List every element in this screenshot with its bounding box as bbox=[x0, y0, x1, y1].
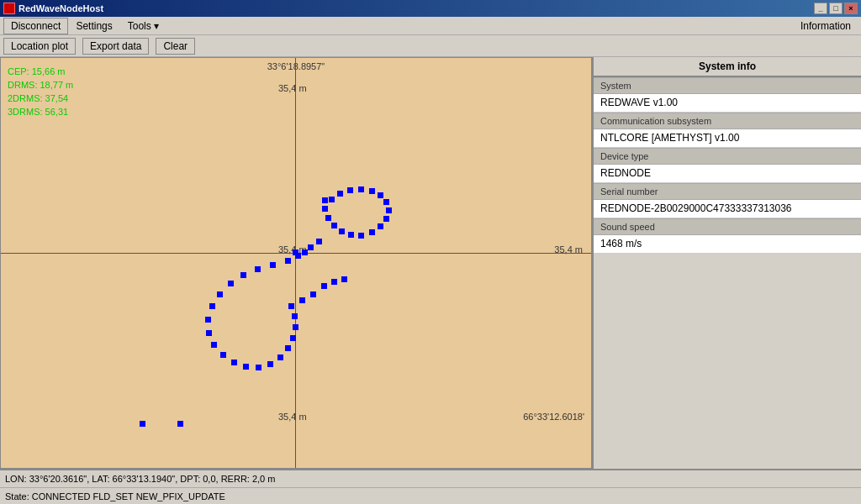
svg-rect-51 bbox=[293, 249, 298, 255]
svg-rect-49 bbox=[177, 421, 183, 427]
status-bar-2: State: CONNECTED FLD_SET NEW_PFIX_UPDATE bbox=[0, 487, 861, 504]
svg-rect-7 bbox=[386, 207, 392, 213]
serial-section-label: Serial number bbox=[594, 183, 861, 200]
svg-rect-5 bbox=[378, 192, 383, 198]
app-title: RedWaveNodeHost bbox=[18, 3, 103, 13]
svg-rect-20 bbox=[302, 249, 308, 255]
comm-section-label: Communication subsystem bbox=[594, 113, 861, 129]
svg-rect-43 bbox=[299, 297, 305, 303]
device-section-label: Device type bbox=[594, 148, 861, 165]
svg-rect-19 bbox=[308, 244, 314, 250]
svg-rect-44 bbox=[310, 291, 316, 297]
window-controls[interactable]: _ □ × bbox=[814, 3, 858, 14]
svg-rect-0 bbox=[329, 197, 335, 202]
system-section-label: System bbox=[594, 77, 861, 94]
svg-rect-35 bbox=[256, 365, 261, 370]
comm-value: NTLCORE [AMETHYST] v1.00 bbox=[594, 129, 861, 148]
minimize-button[interactable]: _ bbox=[814, 3, 827, 14]
svg-rect-45 bbox=[321, 283, 327, 289]
location-plot-button[interactable]: Location plot bbox=[3, 38, 76, 55]
svg-rect-30 bbox=[206, 330, 212, 336]
device-value: REDNODE bbox=[594, 165, 861, 183]
system-info-header: System info bbox=[594, 57, 861, 77]
svg-rect-4 bbox=[369, 188, 375, 194]
svg-rect-3 bbox=[358, 186, 364, 192]
svg-rect-22 bbox=[285, 258, 291, 264]
svg-rect-15 bbox=[325, 215, 331, 221]
serial-value: REDNODE-2B0029000C47333337313036 bbox=[594, 200, 861, 218]
plot-area: CEP: 15,66 m DRMS: 18,77 m 2DRMS: 37,54 … bbox=[0, 57, 592, 469]
svg-rect-25 bbox=[240, 272, 246, 278]
status-bar-1: LON: 33°6'20.3616", LAT: 66°33'13.1940",… bbox=[0, 469, 861, 487]
settings-menu[interactable]: Settings bbox=[68, 18, 119, 34]
clear-button[interactable]: Clear bbox=[156, 38, 195, 55]
svg-rect-24 bbox=[255, 266, 261, 272]
svg-rect-31 bbox=[211, 342, 217, 348]
svg-rect-32 bbox=[220, 352, 226, 358]
svg-rect-17 bbox=[322, 197, 328, 203]
svg-rect-6 bbox=[383, 199, 389, 205]
main-content: CEP: 15,66 m DRMS: 18,77 m 2DRMS: 37,54 … bbox=[0, 57, 861, 469]
sound-value: 1468 m/s bbox=[594, 235, 861, 254]
svg-rect-39 bbox=[290, 335, 296, 341]
information-menu[interactable]: Information bbox=[794, 18, 858, 34]
svg-rect-48 bbox=[140, 421, 145, 427]
disconnect-menu[interactable]: Disconnect bbox=[3, 18, 68, 34]
svg-rect-29 bbox=[205, 317, 211, 323]
svg-rect-28 bbox=[209, 303, 215, 309]
title-bar: RedWaveNodeHost _ □ × bbox=[0, 0, 861, 17]
status-text-1: LON: 33°6'20.3616", LAT: 66°33'13.1940",… bbox=[5, 474, 275, 484]
export-data-button[interactable]: Export data bbox=[82, 38, 149, 55]
svg-rect-40 bbox=[293, 324, 298, 330]
plot-svg bbox=[1, 58, 591, 468]
menu-bar: Disconnect Settings Tools ▾ Information bbox=[0, 17, 861, 35]
svg-rect-37 bbox=[277, 354, 283, 360]
svg-rect-26 bbox=[228, 281, 234, 286]
svg-rect-41 bbox=[292, 313, 298, 319]
svg-rect-42 bbox=[288, 303, 294, 309]
tools-menu[interactable]: Tools ▾ bbox=[120, 18, 166, 34]
right-panel: System info System REDWAVE v1.00 Communi… bbox=[592, 57, 861, 469]
maximize-button[interactable]: □ bbox=[829, 3, 843, 14]
svg-rect-18 bbox=[316, 239, 322, 244]
svg-rect-46 bbox=[331, 279, 337, 285]
svg-rect-1 bbox=[337, 191, 343, 197]
svg-rect-27 bbox=[217, 291, 223, 297]
svg-rect-38 bbox=[285, 345, 291, 351]
svg-rect-47 bbox=[341, 276, 347, 282]
svg-rect-16 bbox=[322, 206, 328, 212]
app-icon bbox=[3, 3, 15, 14]
svg-rect-12 bbox=[348, 232, 354, 238]
sound-section-label: Sound speed bbox=[594, 218, 861, 235]
svg-rect-33 bbox=[231, 360, 237, 365]
status-text-2: State: CONNECTED FLD_SET NEW_PFIX_UPDATE bbox=[5, 491, 225, 501]
svg-rect-2 bbox=[347, 187, 353, 193]
toolbar: Location plot Export data Clear bbox=[0, 35, 861, 57]
svg-rect-10 bbox=[369, 229, 375, 235]
svg-rect-23 bbox=[270, 262, 276, 268]
svg-rect-8 bbox=[383, 216, 389, 222]
system-value: REDWAVE v1.00 bbox=[594, 94, 861, 113]
svg-rect-14 bbox=[331, 223, 337, 228]
svg-rect-36 bbox=[267, 361, 273, 367]
svg-rect-13 bbox=[339, 228, 345, 234]
close-button[interactable]: × bbox=[844, 3, 858, 14]
svg-rect-11 bbox=[358, 233, 364, 239]
svg-rect-34 bbox=[243, 364, 249, 370]
svg-rect-9 bbox=[378, 223, 383, 229]
